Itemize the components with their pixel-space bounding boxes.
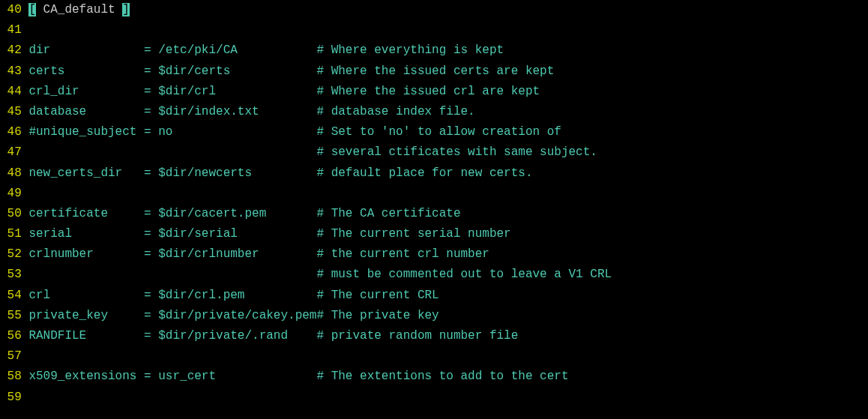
section-name: CA_default [36, 3, 122, 16]
config-value: /etc/pki/CA [158, 43, 316, 57]
config-key: dir [28, 43, 144, 57]
config-key: database [28, 105, 144, 118]
line-number: 52 [0, 244, 28, 265]
equals-sign: = [144, 207, 158, 220]
comment: # several ctificates with same subject. [316, 145, 597, 159]
comment: # The CA certificate [316, 207, 460, 220]
line-number: 48 [0, 163, 28, 184]
code-line[interactable]: 51serial = $dir/serial # The current ser… [0, 224, 868, 244]
config-key: x509_extensions [28, 370, 144, 383]
line-number: 57 [0, 346, 28, 367]
line-number: 42 [0, 40, 28, 61]
code-line[interactable]: 53 # must be commented out to leave a V1… [0, 265, 868, 285]
config-value: $dir/private/.rand [158, 329, 316, 343]
equals-sign: = [144, 85, 158, 98]
code-line[interactable]: 46#unique_subject = no # Set to 'no' to … [0, 122, 868, 142]
equals-sign: = [144, 309, 158, 322]
code-line[interactable]: 55private_key = $dir/private/cakey.pem# … [0, 306, 868, 326]
equals-sign: = [144, 370, 158, 383]
config-key: crl [28, 289, 144, 302]
config-value: $dir/crl.pem [158, 289, 316, 302]
code-line[interactable]: 59 [0, 388, 868, 408]
config-key: private_key [28, 309, 144, 322]
comment: # Where the issued certs are kept [316, 64, 554, 78]
code-line[interactable]: 43certs = $dir/certs # Where the issued … [0, 61, 868, 82]
comment: # default place for new certs. [316, 166, 532, 180]
config-key: certificate [28, 207, 144, 220]
comment: # The current serial number [316, 227, 510, 241]
config-value: no [158, 125, 316, 139]
comment: # the current crl number [316, 247, 489, 261]
equals-sign: = [144, 227, 158, 241]
config-value: $dir/certs [158, 64, 316, 78]
comment: # The current CRL [316, 289, 438, 302]
config-value: $dir/serial [158, 227, 316, 241]
equals-sign: = [144, 125, 158, 139]
line-number: 40 [0, 0, 28, 20]
code-line[interactable]: 50certificate = $dir/cacert.pem # The CA… [0, 204, 868, 224]
comment: # Where everything is kept [316, 43, 504, 57]
code-line[interactable]: 45database = $dir/index.txt # database i… [0, 102, 868, 122]
comment: # The private key [316, 309, 438, 322]
config-value: usr_cert [158, 370, 316, 383]
line-number: 50 [0, 204, 28, 224]
code-line[interactable]: 44crl_dir = $dir/crl # Where the issued … [0, 82, 868, 102]
line-number: 44 [0, 82, 28, 102]
comment: # Where the issued crl are kept [316, 85, 540, 98]
code-line[interactable]: 49 [0, 184, 868, 204]
code-editor[interactable]: 40[ CA_default ]4142dir = /etc/pki/CA # … [0, 0, 868, 408]
line-number: 47 [0, 142, 28, 163]
config-value: $dir/index.txt [158, 105, 316, 118]
code-line[interactable]: 54crl = $dir/crl.pem # The current CRL [0, 286, 868, 306]
line-number: 59 [0, 388, 28, 408]
config-key: crl_dir [28, 85, 144, 98]
comment: # must be commented out to leave a V1 CR… [316, 268, 612, 281]
config-key: crlnumber [28, 247, 144, 261]
line-number: 45 [0, 102, 28, 122]
config-value: $dir/crlnumber [158, 247, 316, 261]
equals-sign: = [144, 43, 158, 57]
code-line[interactable]: 52crlnumber = $dir/crlnumber # the curre… [0, 244, 868, 265]
config-key: RANDFILE [28, 329, 144, 343]
equals-sign: = [144, 105, 158, 118]
equals-sign: = [144, 166, 158, 180]
line-number: 54 [0, 286, 28, 306]
config-key: new_certs_dir [28, 166, 144, 180]
section-bracket-close: ] [122, 3, 130, 16]
config-value: $dir/crl [158, 85, 316, 98]
line-number: 56 [0, 326, 28, 346]
code-line[interactable]: 47 # several ctificates with same subjec… [0, 142, 868, 163]
equals-sign: = [144, 247, 158, 261]
code-line[interactable]: 41 [0, 20, 868, 40]
code-line[interactable]: 57 [0, 346, 868, 367]
line-number: 43 [0, 61, 28, 82]
config-value: $dir/cacert.pem [158, 207, 316, 220]
code-line[interactable]: 48new_certs_dir = $dir/newcerts # defaul… [0, 163, 868, 184]
code-line[interactable]: 58x509_extensions = usr_cert # The exten… [0, 367, 868, 387]
equals-sign: = [144, 329, 158, 343]
comment: # The extentions to add to the cert [316, 370, 568, 383]
config-key: serial [28, 227, 144, 241]
comment: # Set to 'no' to allow creation of [316, 125, 561, 139]
line-number: 51 [0, 224, 28, 244]
comment: # database index file. [316, 105, 474, 118]
line-number: 41 [0, 20, 28, 40]
code-line[interactable]: 42dir = /etc/pki/CA # Where everything i… [0, 40, 868, 61]
line-number: 49 [0, 184, 28, 204]
section-bracket-open: [ [28, 3, 36, 16]
comment: # private random number file [316, 329, 518, 343]
equals-sign: = [144, 289, 158, 302]
line-number: 46 [0, 122, 28, 142]
config-value: $dir/newcerts [158, 166, 316, 180]
padding [28, 145, 316, 159]
line-number: 55 [0, 306, 28, 326]
code-line[interactable]: 40[ CA_default ] [0, 0, 868, 20]
config-value: $dir/private/cakey.pem [158, 309, 316, 322]
line-number: 53 [0, 265, 28, 285]
config-key: certs [28, 64, 144, 78]
equals-sign: = [144, 64, 158, 78]
code-line[interactable]: 56RANDFILE = $dir/private/.rand # privat… [0, 326, 868, 346]
line-number: 58 [0, 367, 28, 387]
config-key: #unique_subject [28, 125, 144, 139]
padding [28, 268, 316, 281]
